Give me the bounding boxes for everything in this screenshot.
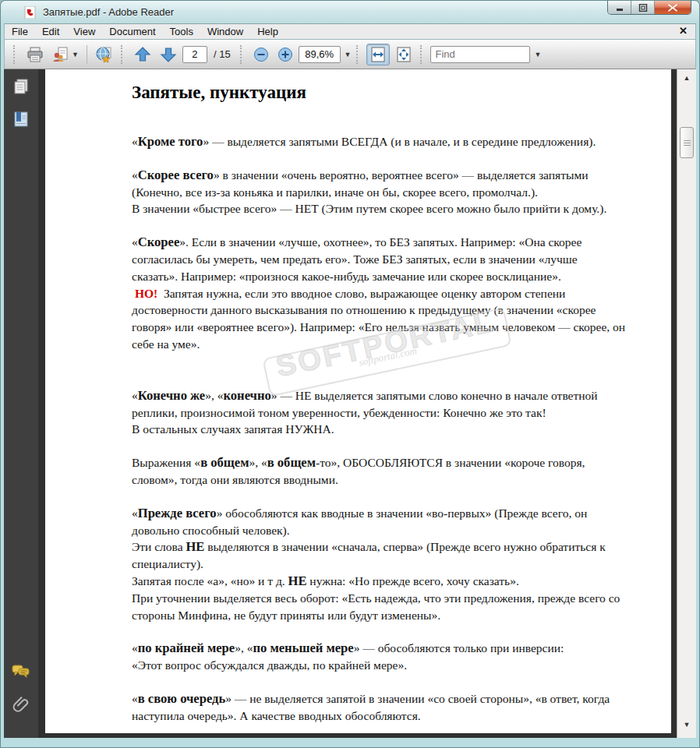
document-area: Запятые, пунктуация «Кроме того» — выдел… [38,69,677,738]
collaborate-button[interactable]: ▼ [49,44,81,65]
scrollbar-thumb[interactable] [680,127,694,158]
pdf-text: «Кроме того» — выделяется запятыми ВСЕГД… [132,133,626,733]
chevron-down-icon: ▼ [72,51,79,58]
maximize-button[interactable] [631,1,655,14]
paragraph: Выражения «в общем», «в общем-то», ОБОСО… [132,454,626,489]
paragraph: «Скорее». Если в значении «лучше, охотне… [132,234,626,353]
find-input[interactable] [434,48,526,61]
find-box[interactable] [430,46,530,63]
pages-icon [12,77,30,96]
toolbar-grip [240,45,246,64]
window-controls [607,1,691,15]
toolbar: ▼ / 15 [4,40,696,69]
window-title: Запятые.pdf - Adobe Reader [43,6,174,18]
paragraph: «Прежде всего» обособляются как вводные … [132,505,626,624]
main-area: Запятые, пунктуация «Кроме того» — выдел… [4,69,696,738]
close-button[interactable] [655,1,691,14]
paragraph: «по крайней мере», «по меньшей мере» — о… [132,640,626,674]
arrow-down-icon [159,45,178,64]
pdf-file-icon [24,6,37,19]
menu-item[interactable]: View [66,25,102,38]
toolbar-grip [13,45,19,64]
menu-item[interactable]: File [5,25,35,38]
page-total-label: / 15 [214,48,231,60]
next-page-button[interactable] [157,44,180,65]
page-title: Запятые, пунктуация [132,82,626,104]
printer-icon [26,45,44,64]
toolbar-grip [420,45,426,64]
minus-circle-icon [253,46,270,63]
bookmarks-icon [12,110,30,129]
menu-item[interactable]: Window [200,25,250,38]
bookmarks-panel-button[interactable] [11,109,31,129]
acrobat-com-button[interactable] [93,44,116,65]
globe-star-icon [95,45,114,64]
zoom-level-value[interactable]: 89,6% [299,46,341,63]
print-button[interactable] [23,44,47,65]
menu-bar: FileEditViewDocumentToolsWindowHelp ✕ [4,23,696,40]
share-document-icon [51,45,70,64]
fit-width-icon [369,45,387,64]
find-dropdown-icon[interactable]: ▼ [535,51,542,58]
toolbar-grip [121,45,126,64]
menu-item[interactable]: Tools [163,25,200,38]
arrow-up-icon [133,45,152,64]
scroll-down-icon[interactable]: ▼ [677,721,696,729]
paragraph: «Скорее всего» в значении «очень вероятн… [132,167,626,217]
zoom-out-button[interactable] [250,44,272,65]
pages-panel-button[interactable] [11,76,31,97]
pdf-page: Запятые, пунктуация «Кроме того» — выдел… [45,69,671,733]
fit-width-button[interactable] [366,44,390,65]
page-number-input[interactable] [182,46,207,63]
attachments-panel-button[interactable] [11,694,31,714]
close-document-icon[interactable]: ✕ [679,25,688,37]
navigation-sidebar [4,69,38,738]
toolbar-separator [87,45,87,64]
fit-page-button[interactable] [392,44,415,65]
toolbar-grip [356,45,362,64]
scroll-up-icon[interactable]: ▲ [677,74,696,82]
paragraph: «Кроме того» — выделяется запятыми ВСЕГД… [132,133,626,150]
adobe-reader-window: Запятые.pdf - Adobe Reader FileEditViewD… [0,0,700,748]
menu-item[interactable]: Document [102,25,162,38]
minimize-button[interactable] [608,1,631,14]
title-bar[interactable]: Запятые.pdf - Adobe Reader [1,1,699,23]
paragraph: «в свою очередь» — не выделяется запятой… [132,690,626,725]
previous-page-button[interactable] [131,44,154,65]
paperclip-icon [12,695,30,714]
zoom-in-button[interactable] [274,44,296,65]
zoom-dropdown-icon[interactable]: ▼ [345,51,352,58]
plus-circle-icon [277,46,294,63]
menu-item[interactable]: Edit [35,25,66,38]
comments-icon [11,662,31,681]
vertical-scrollbar[interactable]: ▲ ▼ [677,69,696,738]
comments-panel-button[interactable] [11,662,31,682]
fit-page-icon [394,45,413,64]
menu-bar-items: FileEditViewDocumentToolsWindowHelp [5,25,285,38]
menu-item[interactable]: Help [250,25,285,38]
paragraph: «Конечно же», «конечно» — НЕ выделяется … [132,387,626,438]
